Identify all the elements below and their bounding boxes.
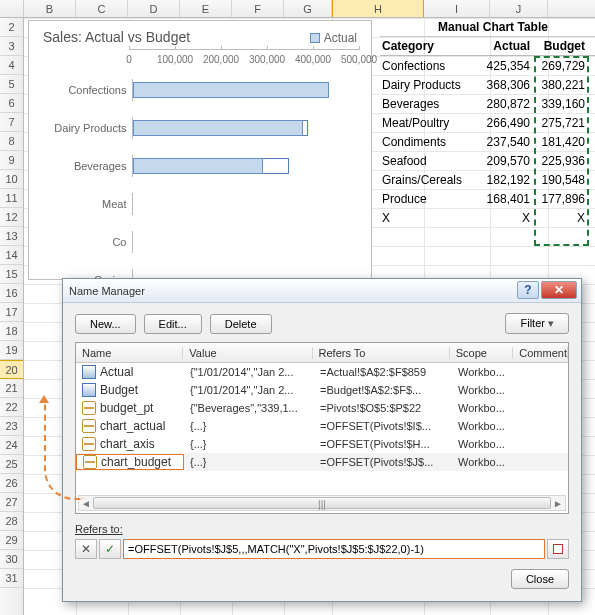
delete-button[interactable]: Delete: [210, 314, 272, 334]
row-header[interactable]: 2: [0, 18, 23, 37]
cell-actual: X: [470, 211, 534, 225]
list-header: Name Value Refers To Scope Comment: [76, 343, 568, 363]
row-header[interactable]: 22: [0, 398, 23, 417]
column-header[interactable]: E: [180, 0, 232, 17]
close-icon[interactable]: ✕: [541, 281, 577, 299]
column-header-row: BCDEFGHIJ: [0, 0, 595, 18]
horizontal-scrollbar[interactable]: ◄ ||| ►: [78, 495, 566, 511]
list-col-comment[interactable]: Comment: [513, 347, 568, 359]
name-icon: [82, 419, 96, 433]
table-row[interactable]: Grains/Cereals182,192190,548: [380, 170, 595, 189]
filter-button[interactable]: Filter: [505, 313, 569, 334]
row-header[interactable]: 16: [0, 284, 23, 303]
select-all-corner[interactable]: [0, 0, 24, 17]
edit-button[interactable]: Edit...: [144, 314, 202, 334]
column-header[interactable]: D: [128, 0, 180, 17]
row-header[interactable]: 12: [0, 208, 23, 227]
list-item[interactable]: Actual{"1/01/2014","Jan 2...=Actual!$A$2…: [76, 363, 568, 381]
name-icon: [83, 455, 97, 469]
scroll-left-icon[interactable]: ◄: [79, 498, 93, 509]
name-manager-dialog: Name Manager ? ✕ New... Edit... Delete F…: [62, 278, 582, 602]
table-row[interactable]: Seafood209,570225,936: [380, 151, 595, 170]
table-row[interactable]: XXX: [380, 208, 595, 227]
list-item[interactable]: chart_actual{...}=OFFSET(Pivots!$I$...Wo…: [76, 417, 568, 435]
list-col-name[interactable]: Name: [76, 347, 183, 359]
table-row[interactable]: Meat/Poultry266,490275,721: [380, 113, 595, 132]
row-header[interactable]: 18: [0, 322, 23, 341]
row-header[interactable]: 10: [0, 170, 23, 189]
bar-category-label: Beverages: [43, 160, 132, 172]
row-header[interactable]: 21: [0, 379, 23, 398]
cancel-reference-button[interactable]: ✕: [75, 539, 97, 559]
column-header[interactable]: I: [424, 0, 490, 17]
column-header[interactable]: F: [232, 0, 284, 17]
row-header[interactable]: 14: [0, 246, 23, 265]
column-header[interactable]: B: [24, 0, 76, 17]
row-header[interactable]: 19: [0, 341, 23, 360]
dialog-titlebar[interactable]: Name Manager ? ✕: [63, 279, 581, 303]
new-button[interactable]: New...: [75, 314, 136, 334]
cell-budget: 190,548: [534, 173, 589, 187]
row-header[interactable]: 29: [0, 531, 23, 550]
row-header[interactable]: 27: [0, 493, 23, 512]
refers-label: =Actual!$A$2:$F$859: [314, 366, 452, 378]
row-header[interactable]: 9: [0, 151, 23, 170]
close-button[interactable]: Close: [511, 569, 569, 589]
list-item[interactable]: chart_axis{...}=OFFSET(Pivots!$H...Workb…: [76, 435, 568, 453]
accept-reference-button[interactable]: ✓: [99, 539, 121, 559]
name-label: chart_actual: [100, 419, 165, 433]
row-header[interactable]: 30: [0, 550, 23, 569]
row-header[interactable]: 7: [0, 113, 23, 132]
axis-tick-label: 500,000: [341, 54, 377, 65]
row-header[interactable]: 23: [0, 417, 23, 436]
list-item[interactable]: chart_budget{...}=OFFSET(Pivots!$J$...Wo…: [76, 453, 568, 471]
embedded-chart[interactable]: Sales: Actual vs Budget Actual 0100,0002…: [28, 20, 372, 280]
row-header[interactable]: 17: [0, 303, 23, 322]
cell-budget: X: [534, 211, 589, 225]
cell-budget: 225,936: [534, 154, 589, 168]
row-header[interactable]: 28: [0, 512, 23, 531]
table-row[interactable]: Beverages280,872339,160: [380, 94, 595, 113]
column-header[interactable]: C: [76, 0, 128, 17]
list-col-refers[interactable]: Refers To: [313, 347, 450, 359]
column-header[interactable]: G: [284, 0, 332, 17]
list-item[interactable]: Budget{"1/01/2014","Jan 2...=Budget!$A$2…: [76, 381, 568, 399]
table-row[interactable]: Confections425,354269,729: [380, 56, 595, 75]
row-header[interactable]: 3: [0, 37, 23, 56]
cell-actual: 182,192: [470, 173, 534, 187]
column-header[interactable]: H: [332, 0, 424, 17]
scope-label: Workbo...: [452, 366, 516, 378]
row-header[interactable]: 24: [0, 436, 23, 455]
row-header[interactable]: 4: [0, 56, 23, 75]
scrollbar-thumb[interactable]: |||: [93, 497, 551, 509]
row-header[interactable]: 25: [0, 455, 23, 474]
column-header[interactable]: J: [490, 0, 548, 17]
refers-to-input[interactable]: [123, 539, 545, 559]
row-header[interactable]: 6: [0, 94, 23, 113]
value-label: {...}: [184, 438, 314, 450]
table-row[interactable]: Condiments237,540181,420: [380, 132, 595, 151]
row-header[interactable]: 31: [0, 569, 23, 588]
names-listbox[interactable]: Name Value Refers To Scope Comment Actua…: [75, 342, 569, 514]
bar-category-label: Co: [43, 236, 132, 248]
list-col-value[interactable]: Value: [183, 347, 312, 359]
row-header[interactable]: 5: [0, 75, 23, 94]
row-header[interactable]: 15: [0, 265, 23, 284]
row-header[interactable]: 26: [0, 474, 23, 493]
cell-actual: 168,401: [470, 192, 534, 206]
annotation-arrowhead-icon: [39, 395, 49, 403]
scroll-right-icon[interactable]: ►: [551, 498, 565, 509]
row-header[interactable]: 11: [0, 189, 23, 208]
row-header[interactable]: 13: [0, 227, 23, 246]
list-item[interactable]: budget_pt{"Beverages","339,1...=Pivots!$…: [76, 399, 568, 417]
axis-tick-label: 100,000: [157, 54, 193, 65]
row-header[interactable]: 20: [0, 360, 23, 379]
range-picker-button[interactable]: [547, 539, 569, 559]
table-row[interactable]: Dairy Products368,306380,221: [380, 75, 595, 94]
axis-tick-label: 0: [126, 54, 132, 65]
list-col-scope[interactable]: Scope: [450, 347, 514, 359]
row-header[interactable]: 8: [0, 132, 23, 151]
scope-label: Workbo...: [452, 402, 516, 414]
help-button[interactable]: ?: [517, 281, 539, 299]
table-row[interactable]: Produce168,401177,896: [380, 189, 595, 208]
